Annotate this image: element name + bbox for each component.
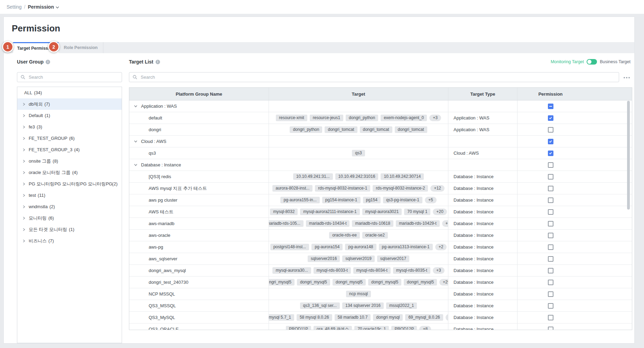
user-group-name: 모든 타겟 모니터링: [29, 226, 67, 233]
permission-checkbox[interactable]: [548, 104, 553, 109]
permission-checkbox[interactable]: [548, 327, 553, 330]
user-group-item[interactable]: fe3(3): [17, 121, 122, 133]
user-group-name: 모니터링: [29, 215, 47, 221]
more-tags-badge[interactable]: +12: [430, 185, 444, 192]
chevron-right-icon[interactable]: [22, 239, 26, 243]
user-group-name: wndmstla: [29, 204, 48, 209]
permission-checkbox[interactable]: [548, 233, 553, 238]
permission-checkbox[interactable]: [548, 268, 553, 273]
target-tag: pg-aurora148: [345, 244, 376, 251]
permission-checkbox[interactable]: [548, 315, 553, 320]
target-type: Database : Instance: [448, 230, 517, 241]
platform-group-name: dongri_aws_mysql: [129, 265, 269, 276]
target-tag: ora_48.69 큐에스: [314, 326, 352, 330]
chevron-right-icon[interactable]: [22, 194, 26, 197]
more-tags-badge[interactable]: +8: [419, 326, 431, 330]
user-group-item[interactable]: onsite 그룹(8): [17, 155, 122, 167]
target-search-input[interactable]: [140, 74, 619, 80]
more-tags-badge[interactable]: +3: [429, 115, 441, 122]
chevron-right-icon[interactable]: [22, 205, 26, 209]
user-group-count: (11): [38, 193, 45, 198]
chevron-right-icon[interactable]: [22, 137, 26, 140]
table-row: aws pg clusterpg-aurora155-in...pg154-in…: [129, 194, 632, 206]
chevron-right-icon[interactable]: [22, 182, 26, 186]
table-group-row: Cloud : AWS: [129, 136, 632, 147]
monitoring-business-toggle[interactable]: [587, 59, 597, 65]
more-tags-badge[interactable]: +3: [433, 267, 445, 274]
info-icon[interactable]: i: [156, 60, 160, 64]
permission-checkbox[interactable]: [548, 115, 553, 121]
permission-checkbox[interactable]: [548, 303, 553, 309]
user-group-item[interactable]: ALL(34): [17, 87, 122, 98]
target-tag: dongri_tomcat: [360, 126, 392, 133]
target-tag: mariadb-rds-105...: [269, 220, 304, 227]
permission-checkbox[interactable]: [548, 197, 553, 203]
target-type: Database : Instance: [448, 300, 517, 311]
permission-checkbox[interactable]: [548, 209, 553, 215]
permission-checkbox[interactable]: [548, 186, 553, 191]
search-icon: [133, 75, 137, 79]
target-tag: exem-nodejs-agent_0: [381, 115, 427, 122]
table-row: aws-mariadbmariadb-rds-105...mariadb-rds…: [129, 218, 632, 230]
target-tag: dongri mysql: [373, 314, 403, 321]
table-row: dongri_test_240730dongri_mysql5dongri_my…: [129, 277, 632, 288]
table-scrollbar[interactable]: [627, 101, 630, 210]
permission-checkbox[interactable]: [548, 221, 553, 226]
platform-group-name: aws-mariadb: [129, 218, 269, 229]
user-group-search-input[interactable]: [28, 74, 122, 80]
more-tags-badge[interactable]: +4: [446, 314, 448, 321]
platform-group-name: AWS mysql 지표 추가 테스트: [129, 183, 269, 194]
chevron-down-icon[interactable]: [134, 139, 138, 143]
chevron-right-icon[interactable]: [22, 216, 26, 220]
user-group-name: ALL: [24, 90, 32, 95]
user-group-item[interactable]: 비즈니스(7): [17, 235, 122, 246]
permission-checkbox[interactable]: [548, 127, 553, 133]
chevron-right-icon[interactable]: [22, 171, 26, 174]
chevron-right-icon[interactable]: [22, 125, 26, 129]
permission-checkbox[interactable]: [548, 174, 553, 180]
chevron-right-icon[interactable]: [22, 114, 26, 117]
chevron-down-icon[interactable]: [134, 163, 138, 167]
more-tags-badge[interactable]: +2: [435, 244, 447, 251]
permission-checkbox[interactable]: [548, 291, 553, 297]
platform-group-name: aws-pg: [129, 241, 269, 253]
permission-checkbox[interactable]: [548, 256, 553, 262]
chevron-right-icon[interactable]: [22, 160, 26, 163]
user-group-item[interactable]: 모든 타겟 모니터링(1): [17, 224, 122, 235]
more-tags-badge[interactable]: +298: [439, 279, 448, 286]
permission-checkbox[interactable]: [548, 139, 553, 144]
chevron-right-icon[interactable]: [22, 148, 26, 152]
user-group-item[interactable]: oracle 모니터링 그룹(4): [17, 167, 122, 178]
permission-checkbox[interactable]: [548, 244, 553, 250]
user-group-item[interactable]: wndmstla(2): [17, 201, 122, 212]
user-group-name: Default: [29, 113, 43, 118]
user-group-title: User Group i: [17, 59, 50, 65]
chevron-right-icon[interactable]: [22, 228, 26, 231]
target-tag: mysql-aurora2111-instance-1: [300, 209, 360, 215]
permission-checkbox[interactable]: [548, 162, 553, 168]
user-group-item[interactable]: FE_TEST_GROUP_3(4): [17, 144, 122, 155]
tab-role-permission[interactable]: Role Permission: [58, 42, 103, 53]
user-group-item[interactable]: FE_TEST_GROUP(6): [17, 133, 122, 144]
user-group-item[interactable]: Default(1): [17, 110, 122, 121]
chevron-right-icon[interactable]: [22, 103, 26, 106]
more-options-button[interactable]: [622, 76, 631, 80]
user-group-name: 비즈니스: [29, 238, 47, 244]
target-type: Application : WAS: [448, 112, 517, 124]
user-group-item[interactable]: db제외(7): [17, 98, 122, 110]
breadcrumb-setting[interactable]: Setting: [7, 4, 22, 10]
permission-checkbox[interactable]: [548, 151, 553, 156]
info-icon[interactable]: i: [46, 60, 50, 64]
user-group-item[interactable]: test(11): [17, 190, 122, 201]
target-tag: qs3_136_sql ser...: [300, 302, 340, 309]
more-tags-badge[interactable]: +5: [425, 197, 437, 204]
permission-checkbox[interactable]: [548, 280, 553, 285]
breadcrumb-current-label: Permission: [28, 4, 54, 10]
more-tags-badge[interactable]: +3: [442, 220, 448, 227]
user-group-item[interactable]: 모니터링(6): [17, 212, 122, 224]
more-tags-badge[interactable]: +20: [433, 209, 447, 215]
chevron-down-icon[interactable]: [134, 104, 138, 108]
breadcrumb-permission-dropdown[interactable]: Permission: [28, 4, 59, 10]
target-type: Database : Instance: [448, 241, 517, 253]
user-group-item[interactable]: PG 모니터링PG 모니터링PG 모니터링PG 모...(2): [17, 178, 122, 190]
